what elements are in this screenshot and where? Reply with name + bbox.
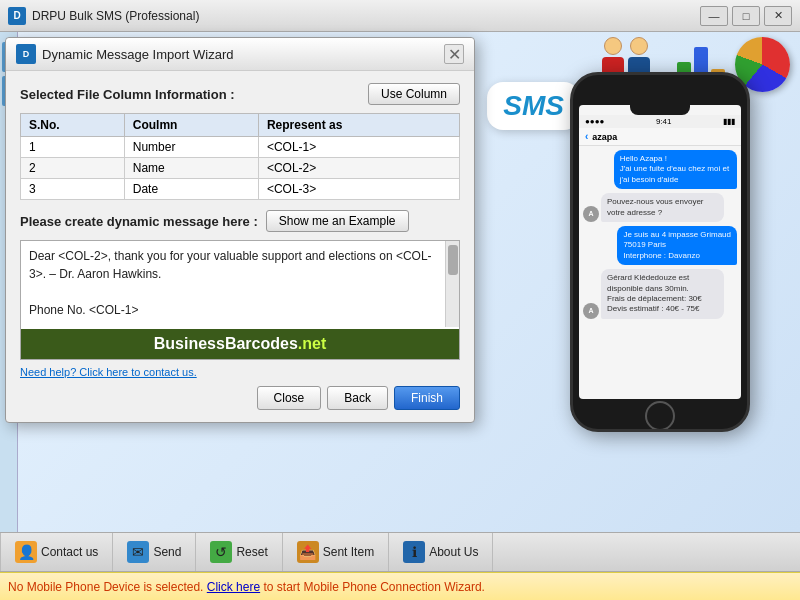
chat-msg-2-wrap: A Pouvez-nous vous envoyer votre adresse… <box>583 193 737 222</box>
bottom-toolbar: 👤 Contact us ✉ Send ↺ Reset 📤 Sent Item … <box>0 532 800 572</box>
message-content[interactable]: Dear <COL-2>, thank you for your valuabl… <box>21 241 445 327</box>
help-link[interactable]: Need help? Click here to contact us. <box>20 366 460 378</box>
phone-notch <box>630 105 690 115</box>
title-bar: D DRPU Bulk SMS (Professional) — □ ✕ <box>0 0 800 32</box>
close-button[interactable]: ✕ <box>764 6 792 26</box>
table-row: 1 Number <COL-1> <box>21 137 460 158</box>
main-area: SMS ●●●● 9:41 ▮▮▮ ‹ azapa <box>0 32 800 532</box>
chat-msg-3: Je suis au 4 impasse Grimaud75019 ParisI… <box>617 226 737 265</box>
col-header-represent: Represent as <box>258 114 459 137</box>
section-header: Selected File Column Information : Use C… <box>20 83 460 105</box>
dynamic-section: Please create dynamic message here : Sho… <box>20 210 460 232</box>
chat-msg-4-wrap: A Gérard Klédedouze est disponible dans … <box>583 269 737 319</box>
scrollbar-thumb[interactable] <box>448 245 458 275</box>
logo-bar: BusinessBarcodes.net <box>21 329 459 359</box>
reset-icon: ↺ <box>210 541 232 563</box>
chat-msg-1: Hello Azapa !J'ai une fuite d'eau chez m… <box>614 150 737 189</box>
person-head-1 <box>604 37 622 55</box>
use-column-button[interactable]: Use Column <box>368 83 460 105</box>
app-title: DRPU Bulk SMS (Professional) <box>32 9 700 23</box>
toolbar-sent-label: Sent Item <box>323 545 374 559</box>
chat-avatar-1: A <box>583 206 599 222</box>
section-title: Selected File Column Information : <box>20 87 235 102</box>
send-icon: ✉ <box>127 541 149 563</box>
logo-text: BusinessBarcodes.net <box>154 335 327 352</box>
status-text: No Mobile Phone Device is selected. Clic… <box>8 580 485 594</box>
person-head-2 <box>630 37 648 55</box>
status-bar: No Mobile Phone Device is selected. Clic… <box>0 572 800 600</box>
message-scrollbar[interactable] <box>445 241 459 327</box>
chat-header: ‹ azapa <box>579 128 741 146</box>
dialog-icon: D <box>16 44 36 64</box>
logo-ext: .net <box>298 335 326 352</box>
phone-body: ●●●● 9:41 ▮▮▮ ‹ azapa Hello Azapa !J'ai … <box>570 72 750 432</box>
table-row: 2 Name <COL-2> <box>21 158 460 179</box>
back-button[interactable]: Back <box>327 386 388 410</box>
chat-msg-2: Pouvez-nous vous envoyer votre adresse ? <box>601 193 724 222</box>
toolbar-send-label: Send <box>153 545 181 559</box>
sent-item-icon: 📤 <box>297 541 319 563</box>
chat-msg-4: Gérard Klédedouze est disponible dans 30… <box>601 269 724 319</box>
dialog-body: Selected File Column Information : Use C… <box>6 71 474 422</box>
table-row: 3 Date <COL-3> <box>21 179 460 200</box>
app-icon: D <box>8 7 26 25</box>
dialog: D Dynamic Message Import Wizard ✕ Select… <box>5 37 475 423</box>
dynamic-label: Please create dynamic message here : <box>20 214 258 229</box>
dialog-footer: Close Back Finish <box>20 386 460 410</box>
maximize-button[interactable]: □ <box>732 6 760 26</box>
column-table: S.No. Coulmn Represent as 1 Number <COL-… <box>20 113 460 200</box>
finish-button[interactable]: Finish <box>394 386 460 410</box>
minimize-button[interactable]: — <box>700 6 728 26</box>
chat-messages: Hello Azapa !J'ai une fuite d'eau chez m… <box>579 146 741 323</box>
close-dialog-button[interactable]: Close <box>257 386 322 410</box>
phone-home-button <box>645 401 675 431</box>
sms-badge: SMS <box>487 82 580 130</box>
toolbar-contact-label: Contact us <box>41 545 98 559</box>
toolbar-send[interactable]: ✉ Send <box>113 533 196 571</box>
dialog-title-text: Dynamic Message Import Wizard <box>42 47 438 62</box>
dialog-title-bar: D Dynamic Message Import Wizard ✕ <box>6 38 474 71</box>
toolbar-sent-item[interactable]: 📤 Sent Item <box>283 533 389 571</box>
col-header-column: Coulmn <box>124 114 258 137</box>
status-link[interactable]: Click here <box>207 580 260 594</box>
phone-screen: ●●●● 9:41 ▮▮▮ ‹ azapa Hello Azapa !J'ai … <box>579 105 741 399</box>
dialog-close-button[interactable]: ✕ <box>444 44 464 64</box>
col-header-sno: S.No. <box>21 114 125 137</box>
window-controls: — □ ✕ <box>700 6 792 26</box>
about-icon: ℹ <box>403 541 425 563</box>
contact-icon: 👤 <box>15 541 37 563</box>
toolbar-contact-us[interactable]: 👤 Contact us <box>0 533 113 571</box>
toolbar-reset[interactable]: ↺ Reset <box>196 533 282 571</box>
toolbar-reset-label: Reset <box>236 545 267 559</box>
toolbar-about-label: About Us <box>429 545 478 559</box>
chat-avatar-2: A <box>583 303 599 319</box>
message-area-inner: Dear <COL-2>, thank you for your valuabl… <box>21 241 459 327</box>
phone-mockup: ●●●● 9:41 ▮▮▮ ‹ azapa Hello Azapa !J'ai … <box>570 72 770 462</box>
phone-status-bar: ●●●● 9:41 ▮▮▮ <box>579 115 741 128</box>
toolbar-about-us[interactable]: ℹ About Us <box>389 533 493 571</box>
message-area[interactable]: Dear <COL-2>, thank you for your valuabl… <box>20 240 460 360</box>
show-example-button[interactable]: Show me an Example <box>266 210 409 232</box>
